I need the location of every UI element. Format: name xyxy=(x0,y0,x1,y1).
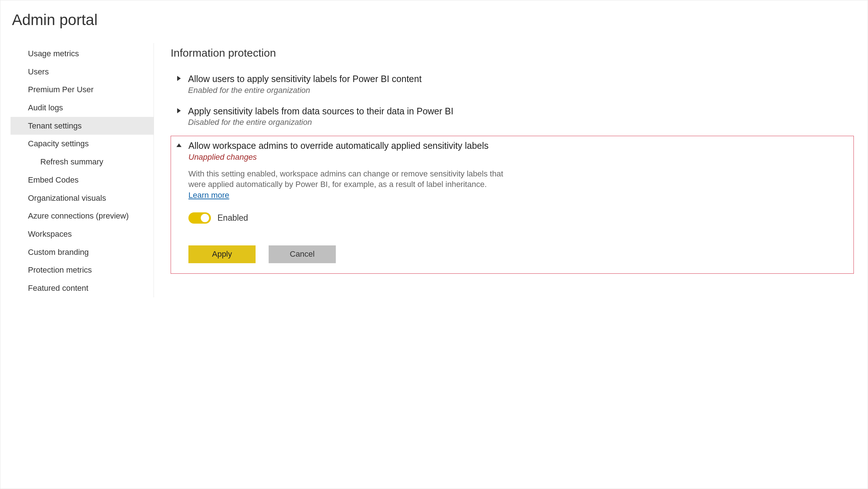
setting-description: With this setting enabled, workspace adm… xyxy=(188,168,515,201)
toggle-label: Enabled xyxy=(217,213,248,223)
setting-body: Apply sensitivity labels from data sourc… xyxy=(188,105,841,127)
section-title: Information protection xyxy=(171,47,854,59)
setting-title: Allow users to apply sensitivity labels … xyxy=(188,73,841,85)
setting-item-expanded: Allow workspace admins to override autom… xyxy=(171,136,854,274)
sidebar-item-usage-metrics[interactable]: Usage metrics xyxy=(11,45,154,63)
enabled-toggle[interactable] xyxy=(188,212,211,224)
sidebar-item-organizational-visuals[interactable]: Organizational visuals xyxy=(11,189,154,207)
page-title: Admin portal xyxy=(12,11,857,29)
main-content: Information protection Allow users to ap… xyxy=(154,43,857,297)
sidebar-item-premium-per-user[interactable]: Premium Per User xyxy=(11,81,154,99)
setting-status: Enabled for the entire organization xyxy=(188,86,841,95)
svg-marker-2 xyxy=(176,143,182,147)
setting-item[interactable]: Apply sensitivity labels from data sourc… xyxy=(171,102,854,134)
cancel-button[interactable]: Cancel xyxy=(269,245,336,263)
sidebar-item-tenant-settings[interactable]: Tenant settings xyxy=(11,117,154,135)
setting-status: Disabled for the entire organization xyxy=(188,118,841,127)
learn-more-link[interactable]: Learn more xyxy=(188,191,229,200)
setting-row: Allow workspace admins to override autom… xyxy=(171,136,853,273)
setting-title: Apply sensitivity labels from data sourc… xyxy=(188,105,841,117)
setting-item[interactable]: Allow users to apply sensitivity labels … xyxy=(171,69,854,102)
chevron-right-icon xyxy=(176,108,182,113)
sidebar: Usage metricsUsersPremium Per UserAudit … xyxy=(11,43,154,297)
sidebar-item-azure-connections-preview[interactable]: Azure connections (preview) xyxy=(11,207,154,225)
svg-marker-1 xyxy=(177,108,181,113)
sidebar-item-protection-metrics[interactable]: Protection metrics xyxy=(11,261,154,279)
sidebar-item-capacity-settings[interactable]: Capacity settings xyxy=(11,135,154,153)
sidebar-item-refresh-summary[interactable]: Refresh summary xyxy=(11,153,154,171)
sidebar-item-users[interactable]: Users xyxy=(11,63,154,81)
setting-description-text: With this setting enabled, workspace adm… xyxy=(188,169,503,189)
sidebar-item-embed-codes[interactable]: Embed Codes xyxy=(11,171,154,189)
setting-body: Allow workspace admins to override autom… xyxy=(188,140,841,263)
toggle-knob xyxy=(201,214,209,222)
sidebar-item-featured-content[interactable]: Featured content xyxy=(11,279,154,297)
chevron-up-icon[interactable] xyxy=(176,143,182,148)
setting-body: Allow users to apply sensitivity labels … xyxy=(188,73,841,95)
chevron-right-icon xyxy=(176,76,182,81)
setting-status-warning: Unapplied changes xyxy=(188,152,841,162)
sidebar-item-audit-logs[interactable]: Audit logs xyxy=(11,99,154,117)
apply-button[interactable]: Apply xyxy=(188,245,256,263)
sidebar-item-workspaces[interactable]: Workspaces xyxy=(11,225,154,243)
sidebar-item-custom-branding[interactable]: Custom branding xyxy=(11,243,154,261)
svg-marker-0 xyxy=(177,76,181,81)
setting-title: Allow workspace admins to override autom… xyxy=(188,140,841,152)
